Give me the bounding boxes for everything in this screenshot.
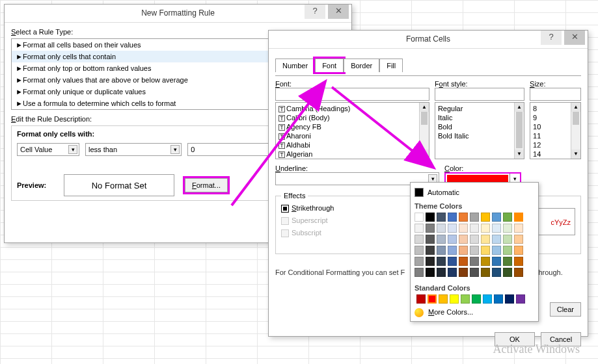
color-swatch[interactable] [437, 268, 446, 277]
list-item[interactable]: Bold [438, 122, 521, 131]
color-swatch[interactable] [459, 257, 468, 266]
color-swatch[interactable] [437, 224, 446, 233]
color-swatch[interactable] [492, 268, 501, 277]
color-swatch[interactable] [481, 224, 490, 233]
color-swatch[interactable] [481, 268, 490, 277]
color-swatch[interactable] [503, 235, 512, 244]
color-swatch[interactable] [503, 246, 512, 255]
color-swatch[interactable] [516, 294, 525, 304]
color-swatch[interactable] [514, 268, 523, 277]
color-swatch[interactable] [470, 235, 479, 244]
color-swatch[interactable] [448, 257, 457, 266]
color-swatch[interactable] [448, 224, 457, 233]
color-swatch[interactable] [503, 257, 512, 266]
close-button[interactable]: ✕ [328, 5, 349, 19]
color-swatch[interactable] [415, 224, 424, 233]
tab-fill[interactable]: Fill [379, 58, 403, 72]
font-style-input[interactable] [435, 88, 524, 101]
scrollbar[interactable]: ▲▼ [571, 103, 580, 159]
tab-border[interactable]: Border [344, 58, 379, 72]
color-swatch[interactable] [437, 235, 446, 244]
color-swatch[interactable] [470, 268, 479, 277]
close-button[interactable]: ✕ [564, 31, 585, 45]
color-swatch[interactable] [492, 246, 501, 255]
help-button[interactable]: ? [541, 31, 562, 45]
color-swatch[interactable] [494, 294, 503, 304]
list-item[interactable]: Bold Italic [438, 131, 521, 140]
color-swatch[interactable] [470, 213, 479, 222]
color-swatch[interactable] [450, 294, 459, 304]
color-swatch[interactable] [481, 235, 490, 244]
font-list[interactable]: TCambria (Headings)TCalibri (Body)TAgenc… [275, 102, 429, 159]
color-swatch[interactable] [481, 246, 490, 255]
color-swatch[interactable] [459, 246, 468, 255]
color-swatch[interactable] [483, 294, 492, 304]
list-item[interactable]: TAgency FB [279, 122, 426, 131]
clear-button[interactable]: Clear [550, 302, 581, 317]
color-swatch[interactable] [459, 224, 468, 233]
color-swatch[interactable] [448, 268, 457, 277]
color-swatch[interactable] [514, 213, 523, 222]
color-swatch[interactable] [470, 246, 479, 255]
tab-number[interactable]: Number [275, 58, 315, 72]
color-swatch[interactable] [459, 268, 468, 277]
color-swatch[interactable] [426, 257, 435, 266]
help-button[interactable]: ? [305, 5, 325, 19]
color-swatch[interactable] [415, 268, 424, 277]
color-swatch[interactable] [514, 235, 523, 244]
list-item[interactable]: Regular [438, 104, 521, 113]
scrollbar[interactable]: ▲▼ [419, 103, 429, 159]
color-swatch[interactable] [514, 257, 523, 266]
color-swatch[interactable] [481, 213, 490, 222]
color-swatch[interactable] [437, 257, 446, 266]
color-swatch[interactable] [461, 294, 470, 304]
format-button[interactable]: Format... [185, 178, 228, 192]
color-swatch[interactable] [492, 257, 501, 266]
color-swatch[interactable] [470, 224, 479, 233]
color-swatch[interactable] [459, 213, 468, 222]
color-swatch[interactable] [492, 213, 501, 222]
color-swatch[interactable] [448, 213, 457, 222]
font-input[interactable] [275, 88, 429, 101]
list-item[interactable]: Italic [438, 113, 521, 122]
color-swatch[interactable] [426, 235, 435, 244]
color-swatch[interactable] [426, 268, 435, 277]
color-swatch[interactable] [472, 294, 481, 304]
size-input[interactable] [530, 88, 581, 101]
color-swatch[interactable] [437, 246, 446, 255]
color-swatch[interactable] [481, 257, 490, 266]
cell-value-dropdown[interactable]: Cell Value▾ [17, 143, 79, 156]
color-swatch[interactable] [492, 224, 501, 233]
color-swatch[interactable] [426, 224, 435, 233]
color-swatch[interactable] [492, 235, 501, 244]
list-item[interactable]: TCambria (Headings) [279, 104, 426, 113]
color-swatch[interactable] [437, 213, 446, 222]
color-swatch[interactable] [426, 246, 435, 255]
color-swatch[interactable] [426, 213, 435, 222]
operator-dropdown[interactable]: less than▾ [85, 143, 182, 156]
color-swatch[interactable] [514, 246, 523, 255]
list-item[interactable]: TCalibri (Body) [279, 113, 426, 122]
color-swatch[interactable] [415, 246, 424, 255]
color-swatch[interactable] [503, 224, 512, 233]
color-swatch[interactable] [448, 246, 457, 255]
more-colors-row[interactable]: More Colors... [415, 306, 534, 317]
color-swatch[interactable] [505, 294, 514, 304]
color-swatch[interactable] [415, 257, 424, 266]
color-swatch[interactable] [503, 268, 512, 277]
color-swatch[interactable] [439, 294, 448, 304]
scrollbar[interactable]: ▲▼ [514, 103, 524, 159]
automatic-color-row[interactable]: Automatic [415, 187, 534, 201]
list-item[interactable]: TAharoni [279, 131, 426, 140]
color-swatch[interactable] [416, 294, 426, 304]
strikethrough-checkbox[interactable]: Strikethrough [281, 204, 420, 213]
font-style-list[interactable]: RegularItalicBoldBold Italic▲▼ [435, 102, 524, 159]
color-swatch[interactable] [503, 213, 512, 222]
color-swatch[interactable] [459, 235, 468, 244]
color-swatch[interactable] [448, 235, 457, 244]
color-swatch[interactable] [470, 257, 479, 266]
color-swatch[interactable] [415, 213, 424, 222]
color-swatch[interactable] [428, 294, 437, 304]
list-item[interactable]: TAlgerian [279, 150, 426, 159]
list-item[interactable]: TAldhabi [279, 140, 426, 150]
